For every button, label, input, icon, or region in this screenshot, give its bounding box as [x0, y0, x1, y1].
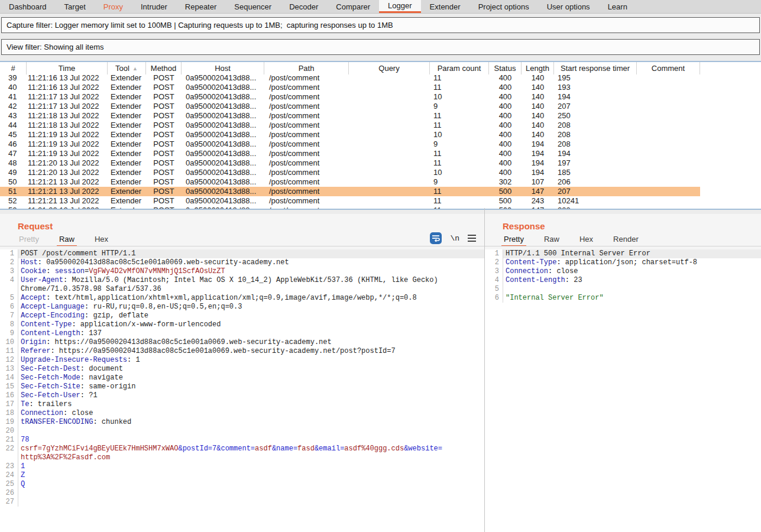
cell-num: 50: [0, 177, 27, 187]
cell-param-count: 11: [430, 187, 489, 196]
column-header-method[interactable]: Method: [146, 62, 182, 74]
view-filter-bar[interactable]: View filter: Showing all items: [1, 39, 760, 55]
cell-tool: Extender: [108, 140, 146, 149]
capture-filter-bar[interactable]: Capture filter: Logger memory limit set …: [1, 17, 760, 33]
menu-tab-learn[interactable]: Learn: [599, 0, 636, 13]
line-number: 26: [0, 489, 18, 498]
cell-start-response-timer: 206: [554, 177, 637, 187]
log-row-52[interactable]: 5211:21:21 13 Jul 2022ExtenderPOST0a9500…: [0, 196, 761, 206]
line-number: 1: [0, 249, 18, 258]
log-row-46[interactable]: 4611:21:19 13 Jul 2022ExtenderPOST0a9500…: [0, 140, 761, 149]
column-header-status[interactable]: Status: [489, 62, 522, 74]
menu-tab-sequencer[interactable]: Sequencer: [225, 0, 280, 13]
log-row-50[interactable]: 5011:21:21 13 Jul 2022ExtenderPOST0a9500…: [0, 177, 761, 187]
response-line-text: [503, 285, 761, 294]
menu-tab-user-options[interactable]: User options: [538, 0, 599, 13]
log-row-48[interactable]: 4811:21:20 13 Jul 2022ExtenderPOST0a9500…: [0, 158, 761, 168]
response-tab-raw[interactable]: Raw: [542, 235, 562, 246]
request-editor[interactable]: 1POST /post/comment HTTP/1.12Host: 0a950…: [0, 249, 484, 532]
cell-time: 11:21:19 13 Jul 2022: [27, 130, 108, 140]
editor-menu-icon[interactable]: [468, 235, 476, 242]
line-number: 9: [0, 329, 18, 338]
line-number: [0, 453, 18, 462]
cell-comment: [637, 206, 700, 210]
column-header-tool[interactable]: Tool▲: [108, 62, 146, 74]
request-line-text: Accept: text/html,application/xhtml+xml,…: [18, 294, 484, 303]
request-line-7: 7Accept-Encoding: gzip, deflate: [0, 312, 484, 320]
newline-toggle-button[interactable]: \n: [450, 234, 459, 243]
log-row-49[interactable]: 4911:21:20 13 Jul 2022ExtenderPOST0a9500…: [0, 168, 761, 177]
menu-tab-decoder[interactable]: Decoder: [280, 0, 327, 13]
response-tab-hex[interactable]: Hex: [577, 235, 595, 246]
cell-host: 0a9500020413d88...: [182, 196, 264, 206]
menu-tab-intruder[interactable]: Intruder: [132, 0, 176, 13]
column-header-time[interactable]: Time: [27, 62, 108, 74]
cell-method: POST: [146, 206, 182, 210]
column-header-query[interactable]: Query: [349, 62, 430, 74]
request-tab-raw[interactable]: Raw: [57, 235, 77, 246]
column-header-param-count[interactable]: Param count: [430, 62, 489, 74]
menu-tab-comparer[interactable]: Comparer: [327, 0, 379, 13]
word-wrap-toggle-icon[interactable]: [430, 232, 442, 244]
request-tab-pretty[interactable]: Pretty: [17, 235, 41, 246]
line-number: 1: [485, 249, 503, 258]
cell-path: /post/comment: [264, 73, 349, 83]
column-header-host[interactable]: Host: [182, 62, 264, 74]
menu-tab-repeater[interactable]: Repeater: [176, 0, 225, 13]
cell-path: /post/comment: [264, 92, 349, 102]
menu-tab-project-options[interactable]: Project options: [469, 0, 538, 13]
cell-query: [349, 177, 430, 187]
request-line-text: Referer: https://0a9500020413d88ac08c5c1…: [18, 347, 484, 356]
log-row-39[interactable]: 3911:21:16 13 Jul 2022ExtenderPOST0a9500…: [0, 73, 761, 83]
cell-param-count: 9: [430, 140, 489, 149]
cell-status: 400: [489, 140, 522, 149]
log-row-40[interactable]: 4011:21:16 13 Jul 2022ExtenderPOST0a9500…: [0, 83, 761, 92]
column-header-path[interactable]: Path: [264, 62, 349, 74]
column-header-comment[interactable]: Comment: [637, 62, 700, 74]
cell-param-count: 9: [430, 177, 489, 187]
cell-length: 194: [522, 158, 554, 168]
line-number: 16: [0, 391, 18, 400]
log-row-43[interactable]: 4311:21:18 13 Jul 2022ExtenderPOST0a9500…: [0, 111, 761, 121]
request-tab-hex[interactable]: Hex: [92, 235, 111, 246]
cell-host: 0a9500020413d88...: [182, 111, 264, 121]
line-number: 7: [0, 312, 18, 320]
cell-length: 147: [522, 187, 554, 196]
log-row-42[interactable]: 4211:21:17 13 Jul 2022ExtenderPOST0a9500…: [0, 102, 761, 111]
cell-length: 194: [522, 168, 554, 177]
menu-tab-proxy[interactable]: Proxy: [95, 0, 132, 13]
request-line-1: 1POST /post/comment HTTP/1.1: [0, 249, 484, 258]
cell-tool: Extender: [108, 73, 146, 83]
log-row-47[interactable]: 4711:21:19 13 Jul 2022ExtenderPOST0a9500…: [0, 149, 761, 158]
cell-status: 400: [489, 102, 522, 111]
response-line-text: Content-Type: application/json; charset=…: [503, 258, 761, 267]
cell-num: 41: [0, 92, 27, 102]
response-tab-render[interactable]: Render: [611, 235, 641, 246]
response-tab-pretty[interactable]: Pretty: [501, 235, 526, 246]
request-line-text: Accept-Language: ru-RU,ru;q=0.8,en-US;q=…: [18, 303, 484, 312]
cell-host: 0a9500020413d88...: [182, 121, 264, 130]
log-row-51[interactable]: 5111:21:21 13 Jul 2022ExtenderPOST0a9500…: [0, 187, 761, 196]
cell-path: /post/comment: [264, 206, 349, 210]
line-number: 18: [0, 409, 18, 418]
line-number: 6: [0, 303, 18, 312]
column-header-length[interactable]: Length: [522, 62, 554, 74]
cell-tool: Extender: [108, 121, 146, 130]
request-line-3: 3Cookie: session=VgFWy4D2vMfON7vMNMhjQ1S…: [0, 267, 484, 276]
log-row-44[interactable]: 4411:21:18 13 Jul 2022ExtenderPOST0a9500…: [0, 121, 761, 130]
menu-tab-extender[interactable]: Extender: [421, 0, 469, 13]
menu-tab-target[interactable]: Target: [56, 0, 95, 13]
column-header--[interactable]: #: [0, 62, 27, 74]
line-number: 4: [485, 276, 503, 285]
menu-tab-logger[interactable]: Logger: [379, 0, 420, 13]
column-header-start-response-timer[interactable]: Start response timer: [554, 62, 637, 74]
cell-query: [349, 102, 430, 111]
response-line-5: 5: [485, 285, 761, 294]
log-row-45[interactable]: 4511:21:19 13 Jul 2022ExtenderPOST0a9500…: [0, 130, 761, 140]
main-tab-bar: DashboardTargetProxyIntruderRepeaterSequ…: [0, 0, 761, 14]
cell-query: [349, 73, 430, 83]
log-row-41[interactable]: 4111:21:17 13 Jul 2022ExtenderPOST0a9500…: [0, 92, 761, 102]
log-row-53[interactable]: 5311:21:22 13 Jul 2022ExtenderPOST0a9500…: [0, 206, 761, 210]
response-editor[interactable]: 1HTTP/1.1 500 Internal Server Error2Cont…: [485, 249, 761, 532]
menu-tab-dashboard[interactable]: Dashboard: [0, 0, 56, 13]
